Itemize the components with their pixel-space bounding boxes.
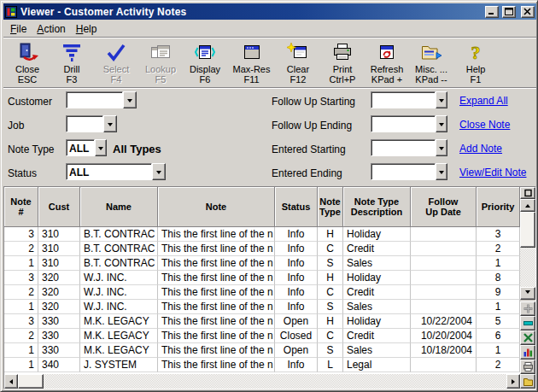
menu-help[interactable]: Help [71, 21, 102, 37]
chevron-down-icon [439, 99, 444, 105]
scroll-left-button[interactable] [4, 374, 18, 389]
table-row[interactable]: 1310B.T. CONTRACThis the first line of t… [4, 256, 520, 271]
column-header-note_type_desc[interactable]: Note Type Description [343, 187, 411, 227]
select-f4-button[interactable]: Select F4 [94, 39, 138, 86]
chart-button[interactable] [520, 345, 535, 360]
entered-ending-value[interactable] [371, 163, 436, 180]
job-value[interactable] [66, 115, 103, 132]
table-row[interactable]: 2330M.K. LEGACYThis the first line of th… [4, 329, 520, 343]
vertical-scroll-track[interactable] [520, 248, 535, 287]
horizontal-scroll-track[interactable] [44, 374, 506, 389]
minimize-button[interactable] [485, 6, 499, 18]
table-row[interactable]: 3330M.K. LEGACYThis the first line of th… [4, 314, 520, 329]
table-row[interactable]: 3320W.J. INC.This the first line of the … [4, 271, 520, 285]
print-ctrlp-button[interactable]: Print Ctrl+P [320, 39, 365, 86]
follow-up-ending-value[interactable] [371, 115, 436, 132]
customer-dropdown-button[interactable] [123, 91, 137, 108]
cell-cust: 310 [38, 256, 80, 271]
menu-file[interactable]: File [5, 21, 32, 37]
entered-ending-combo [371, 163, 447, 180]
export-excel-button[interactable] [520, 331, 535, 345]
cell-follow_up_date: 10/20/2004 [411, 329, 477, 343]
table-row[interactable]: 1330M.K. LEGACYThis the first line of th… [4, 343, 520, 358]
cell-note_type_desc: Credit [343, 329, 411, 343]
column-header-name[interactable]: Name [80, 187, 158, 227]
display-f6-button[interactable]: Display F6 [183, 39, 227, 86]
column-header-cust[interactable]: Cust [38, 187, 80, 227]
entered-starting-value[interactable] [371, 139, 436, 156]
cell-note_type: H [318, 271, 343, 285]
max-res-f11-button[interactable]: Max-Res F11 [227, 39, 276, 86]
vertical-scroll-thumb[interactable] [520, 212, 535, 248]
note-type-dropdown-button[interactable] [95, 139, 107, 156]
cell-note_type: H [318, 227, 343, 242]
column-header-status[interactable]: Status [275, 187, 318, 227]
select-check-icon [105, 41, 127, 64]
chevron-down-icon [108, 123, 113, 129]
status-value[interactable]: ALL [66, 163, 152, 180]
follow-up-ending-dropdown-button[interactable] [436, 115, 447, 132]
note-type-value[interactable]: ALL [66, 139, 95, 156]
table-row[interactable]: 3310B.T. CONTRACThis the first line of t… [4, 227, 520, 242]
clear-f12-button[interactable]: Clear F12 [276, 39, 320, 86]
follow-up-starting-dropdown-button[interactable] [436, 91, 447, 108]
folder-button[interactable] [520, 374, 535, 389]
cell-note: This the first line of the n [158, 343, 275, 358]
follow-up-ending-combo [371, 115, 447, 132]
column-header-note_num[interactable]: Note # [4, 187, 38, 227]
menu-action[interactable]: Action [32, 21, 70, 37]
drill-f3-button[interactable]: Drill F3 [50, 39, 94, 86]
horizontal-scroll-thumb[interactable] [18, 374, 44, 389]
cell-note_type_desc: Holiday [343, 314, 411, 329]
cell-note: This the first line of the n [158, 300, 275, 314]
clear-window-icon [287, 41, 309, 64]
cell-follow_up_date [411, 358, 477, 372]
print-grid-button[interactable] [520, 360, 535, 374]
scroll-down-button[interactable] [520, 287, 535, 300]
refresh-kpad-button[interactable]: Refresh KPad + [365, 39, 409, 86]
scroll-up-button[interactable] [520, 199, 535, 212]
cell-status: Info [275, 358, 318, 372]
excel-export-icon [523, 332, 534, 343]
collapse-button[interactable] [520, 316, 535, 331]
status-dropdown-button[interactable] [152, 163, 166, 180]
column-header-priority[interactable]: Priority [477, 187, 520, 227]
cell-priority: 3 [477, 227, 520, 242]
cell-note: This the first line of the n [158, 256, 275, 271]
table-row[interactable]: 1320W.J. INC.This the first line of the … [4, 300, 520, 314]
close-button[interactable] [521, 6, 535, 18]
expand-all-link[interactable]: Expand All [459, 95, 508, 107]
add-note-link[interactable]: Add Note [459, 143, 502, 155]
note-type-description: All Types [113, 143, 161, 155]
cell-name: W.J. INC. [80, 285, 158, 300]
column-header-follow_up_date[interactable]: Follow Up Date [411, 187, 477, 227]
table-row[interactable]: 2320W.J. INC.This the first line of the … [4, 285, 520, 300]
grid-corner-button[interactable] [520, 187, 535, 199]
entered-ending-dropdown-button[interactable] [436, 163, 447, 180]
job-dropdown-button[interactable] [103, 115, 117, 132]
cell-follow_up_date [411, 242, 477, 256]
cell-name: M.K. LEGACY [80, 343, 158, 358]
chevron-down-icon [439, 171, 444, 177]
cell-priority: 8 [477, 271, 520, 285]
column-header-note[interactable]: Note [158, 187, 275, 227]
table-row[interactable]: 1340J. SYSTEMThis the first line of the … [4, 358, 520, 372]
close-note-link[interactable]: Close Note [459, 119, 510, 131]
maximize-button[interactable] [502, 6, 516, 18]
adjust-button[interactable] [520, 301, 535, 316]
cell-note_num: 3 [4, 314, 38, 329]
follow-up-starting-value[interactable] [371, 91, 436, 108]
column-header-note_type[interactable]: Note Type [318, 187, 343, 227]
lookup-f5-button[interactable]: Lookup F5 [138, 39, 183, 86]
customer-value[interactable] [66, 91, 123, 108]
notes-table: Note #CustNameNoteStatusNote TypeNote Ty… [3, 186, 536, 389]
entered-starting-dropdown-button[interactable] [436, 139, 447, 156]
cell-name: B.T. CONTRAC [80, 242, 158, 256]
misc-kpad-button[interactable]: Misc. ... KPad -- [409, 39, 453, 86]
table-row[interactable]: 2310B.T. CONTRACThis the first line of t… [4, 242, 520, 256]
cell-status: Info [275, 256, 318, 271]
help-f1-button[interactable]: ? Help F1 [453, 39, 498, 86]
scroll-right-button[interactable] [506, 374, 520, 389]
view-edit-note-link[interactable]: View/Edit Note [459, 167, 527, 178]
close-esc-button[interactable]: Close ESC [5, 39, 50, 86]
